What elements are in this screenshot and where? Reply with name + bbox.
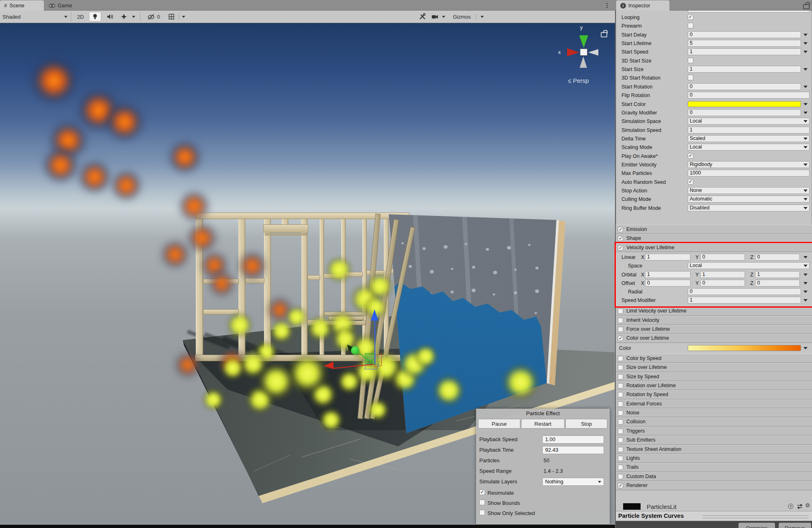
y-axis-cone-icon[interactable] — [579, 35, 588, 48]
module-header-texture-sheet-animation[interactable]: Texture Sheet Animation — [616, 445, 812, 454]
chevron-down-icon[interactable] — [803, 291, 808, 293]
axis-field[interactable]: 0 — [700, 280, 745, 287]
gizmo-y-handle[interactable] — [351, 346, 359, 355]
axis-field[interactable]: 0 — [755, 254, 800, 261]
value-field[interactable]: Scaled — [688, 135, 810, 142]
chevron-down-icon[interactable] — [803, 299, 808, 302]
value-field[interactable]: Automatic — [688, 196, 810, 203]
value-field[interactable]: 0 — [688, 92, 810, 99]
module-checkbox[interactable] — [618, 327, 623, 332]
audio-toggle[interactable] — [104, 12, 117, 22]
gray-cone-right-icon[interactable] — [588, 49, 598, 56]
remove-button[interactable]: Remove — [779, 523, 811, 528]
chevron-down-icon[interactable] — [803, 198, 808, 200]
value-field[interactable]: 5 — [688, 40, 801, 47]
chevron-down-icon[interactable] — [803, 68, 808, 71]
module-header-trails[interactable]: Trails — [616, 463, 812, 472]
axis-field[interactable]: 1 — [700, 271, 745, 278]
chevron-down-icon[interactable] — [803, 138, 808, 140]
module-header-inherit-velocity[interactable]: Inherit Velocity — [616, 316, 812, 325]
module-header-collision[interactable]: Collision — [616, 417, 812, 426]
start-color-swatch[interactable] — [688, 101, 801, 107]
module-checkbox[interactable] — [618, 410, 623, 416]
chevron-down-icon[interactable] — [803, 112, 808, 114]
module-checkbox[interactable] — [618, 419, 623, 425]
gizmo-x-arrow[interactable] — [323, 362, 333, 370]
gizmo-z-arrow[interactable] — [371, 309, 378, 321]
resimulate-checkbox[interactable] — [479, 489, 485, 495]
axis-field[interactable]: 1 — [755, 271, 800, 278]
chevron-down-icon[interactable] — [803, 274, 808, 276]
module-header-rotation-over-lifetime[interactable]: Rotation over Lifetime — [616, 381, 812, 390]
drag-handle[interactable] — [703, 515, 809, 518]
module-checkbox[interactable] — [618, 336, 623, 341]
gizmo-z-axis[interactable] — [375, 321, 375, 364]
module-header-shape[interactable]: Shape — [616, 234, 812, 243]
module-checkbox[interactable] — [618, 447, 623, 452]
grid-dropdown[interactable] — [180, 12, 187, 22]
gear-icon[interactable]: ⚙ — [805, 502, 810, 509]
axis-field[interactable]: 0 — [755, 280, 800, 287]
value-field[interactable]: Local — [688, 144, 810, 151]
module-checkbox[interactable] — [618, 356, 623, 361]
value-field[interactable]: Local — [688, 118, 810, 125]
inspector-lock-icon[interactable] — [803, 4, 810, 9]
chevron-down-icon[interactable] — [803, 282, 808, 284]
chevron-down-icon[interactable] — [803, 256, 808, 259]
module-header-external-forces[interactable]: External Forces — [616, 399, 812, 408]
tab-inspector[interactable]: i Inspector — [616, 0, 669, 11]
3d-start-rotation-checkbox[interactable] — [688, 75, 693, 80]
show-bounds-checkbox[interactable] — [479, 500, 485, 505]
module-checkbox[interactable] — [618, 465, 623, 470]
lifetime-gradient-field[interactable] — [688, 345, 801, 351]
show-only-selected-checkbox[interactable] — [479, 510, 485, 515]
module-checkbox[interactable] — [618, 227, 623, 232]
optimize-button[interactable]: Optimize — [738, 523, 775, 528]
playback-time-field[interactable]: 92.43 — [542, 446, 604, 454]
value-field[interactable]: 0 — [688, 83, 801, 90]
module-header-emission[interactable]: Emission — [616, 225, 812, 234]
value-field[interactable]: 1 — [688, 48, 801, 55]
module-checkbox[interactable] — [618, 374, 623, 379]
module-checkbox[interactable] — [618, 456, 623, 461]
playback-speed-field[interactable]: 1.00 — [542, 435, 604, 444]
chevron-down-icon[interactable] — [803, 42, 808, 45]
module-header-rotation-by-speed[interactable]: Rotation by Speed — [616, 390, 812, 399]
effects-toggle[interactable] — [118, 12, 130, 22]
3d-start-size-checkbox[interactable] — [688, 58, 693, 63]
value-field[interactable]: 0 — [688, 288, 801, 295]
2d-toggle[interactable]: 2D — [74, 12, 87, 22]
value-field[interactable]: 1 — [688, 127, 810, 134]
scene-menu-icon[interactable] — [604, 2, 610, 9]
stop-button[interactable]: Stop — [565, 419, 607, 429]
value-field[interactable]: Disabled — [688, 205, 810, 211]
chevron-down-icon[interactable] — [803, 190, 808, 192]
value-field[interactable]: None — [688, 187, 810, 194]
module-header-noise[interactable]: Noise — [616, 408, 812, 417]
material-row[interactable]: ParticlesLit ? ⚙ — [616, 500, 812, 511]
module-checkbox[interactable] — [618, 474, 623, 479]
material-swatch[interactable] — [623, 503, 641, 510]
module-header-renderer[interactable]: Renderer — [616, 481, 812, 490]
grid-visibility-button[interactable] — [166, 12, 177, 22]
chevron-down-icon[interactable] — [803, 103, 808, 106]
auto-random-seed-checkbox[interactable] — [688, 179, 693, 185]
help-icon[interactable]: ? — [788, 504, 793, 509]
module-header-custom-data[interactable]: Custom Data — [616, 472, 812, 481]
axis-field[interactable]: 1 — [645, 254, 691, 261]
presets-icon[interactable] — [797, 504, 803, 509]
axis-field[interactable]: 1 — [645, 271, 691, 278]
module-checkbox[interactable] — [618, 318, 623, 323]
chevron-down-icon[interactable] — [803, 146, 808, 149]
value-field[interactable]: 0 — [688, 31, 801, 38]
module-checkbox[interactable] — [618, 429, 623, 434]
module-header-color-by-speed[interactable]: Color by Speed — [616, 354, 812, 363]
module-checkbox[interactable] — [618, 437, 623, 443]
hidden-objects-button[interactable]: 0 — [143, 12, 164, 22]
chevron-down-icon[interactable] — [803, 120, 808, 123]
axis-field[interactable]: 0 — [700, 254, 745, 261]
value-field[interactable]: 1000 — [688, 170, 810, 177]
chevron-down-icon[interactable] — [803, 265, 808, 267]
module-header-lights[interactable]: Lights — [616, 454, 812, 463]
prewarm-checkbox[interactable] — [688, 23, 693, 28]
